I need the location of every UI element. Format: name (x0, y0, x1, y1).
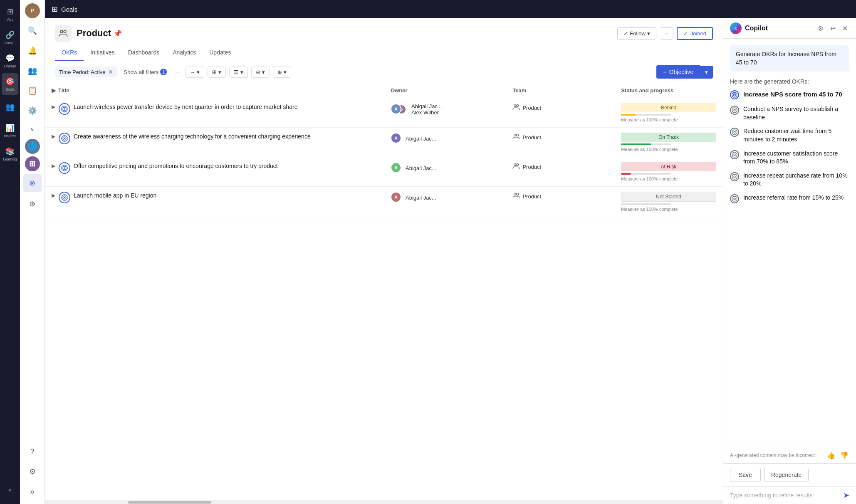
table-row: ▶ Launch wireless power transfer device … (45, 98, 723, 128)
goals-icon: 🎯 (5, 77, 15, 86)
sidebar-search[interactable]: 🔍 (23, 22, 42, 40)
sidebar-expand-arrows[interactable]: » (23, 482, 42, 501)
okr-text-4: Increase repeat purchase rate from 10% t… (743, 172, 849, 188)
copilot-back-btn[interactable]: ↩ (829, 23, 837, 34)
status-cell-2: At Risk Measure as 100% complete (614, 157, 723, 187)
add-objective-dropdown-btn[interactable]: ▾ (700, 66, 713, 79)
sidebar-list[interactable]: 📋 (23, 82, 42, 100)
scrollbar-thumb[interactable] (128, 501, 211, 504)
joined-label: Joined (690, 30, 706, 37)
show-filters-btn[interactable]: Show all filters 1 (121, 67, 171, 77)
save-button[interactable]: Save (730, 468, 761, 482)
view-btn-extra[interactable]: ⊕ ▾ (273, 67, 291, 78)
avatar-1[interactable]: P (25, 3, 40, 18)
row-expand-2[interactable]: ▶ (52, 163, 55, 169)
thumbs-up-icon: 👍 (827, 452, 835, 459)
regenerate-button[interactable]: Regenerate (764, 468, 809, 482)
svg-point-26 (734, 94, 735, 95)
tab-dashboards[interactable]: Dashboards (121, 45, 166, 61)
expand-all-icon[interactable]: ▶ (52, 87, 56, 94)
sidebar-settings2[interactable]: ⚙ (23, 462, 42, 481)
team-avatar-2[interactable]: ⊞ (25, 156, 40, 171)
follow-button[interactable]: ✓ Follow ▾ (617, 27, 656, 40)
svg-point-27 (732, 108, 737, 113)
more-icon: ··· (664, 30, 669, 37)
team-name-1: Product (522, 134, 541, 141)
learning-label: Learning (3, 157, 17, 161)
svg-point-31 (732, 152, 737, 157)
copilot-send-btn[interactable]: ➤ (843, 491, 849, 500)
progress-bar-wrap-1 (621, 143, 671, 145)
tab-updates[interactable]: Updates (203, 45, 238, 61)
nav-engage[interactable]: 💬 Engage (2, 50, 18, 72)
sidebar-help[interactable]: ? (23, 442, 42, 461)
filter-chip-time-period[interactable]: Time Period: Active ✕ (55, 67, 117, 77)
page-header-actions: ✓ Follow ▾ ··· ✓ Joined (617, 27, 713, 40)
add-objective-btn-group: + Objective ▾ (656, 65, 713, 79)
goal-icon-0 (61, 106, 68, 112)
col-status: Status and progress (614, 83, 723, 98)
copilot-logo: C (730, 22, 742, 34)
goal-icon-3 (61, 194, 68, 201)
send-icon: ➤ (843, 491, 849, 499)
svg-point-9 (64, 138, 65, 139)
team-avatar-1[interactable]: 🌐 (25, 139, 40, 154)
extra-chevron-icon: ▾ (284, 69, 287, 75)
tab-okrs[interactable]: OKRs (55, 45, 84, 61)
thumbs-actions: 👍 👎 (826, 450, 849, 460)
svg-point-4 (64, 109, 65, 110)
nav-connections[interactable]: 🔗 Conn... (2, 27, 18, 48)
row-expand-1[interactable]: ▶ (52, 133, 55, 139)
objective-dropdown-chevron-icon: ▾ (705, 69, 708, 75)
view-btn-grid[interactable]: ⊞ ▾ (208, 67, 226, 78)
tab-initiatives[interactable]: Initiatives (84, 45, 121, 61)
svg-point-6 (517, 105, 519, 107)
copilot-back-icon: ↩ (830, 25, 836, 32)
horizontal-scrollbar[interactable] (45, 500, 723, 504)
copilot-input[interactable] (730, 492, 840, 499)
sidebar-hierarchy[interactable]: ⊕ (23, 195, 42, 213)
copilot-okrs-list: Increase NPS score from 45 to 70 Conduct… (730, 90, 849, 203)
tab-analytics[interactable]: Analytics (166, 45, 203, 61)
copilot-settings-btn[interactable]: ⚙ (816, 23, 825, 34)
sidebar-expand: ∨ (29, 125, 36, 134)
sidebar-group[interactable]: 👥 (23, 62, 42, 80)
nav-insights[interactable]: 📊 Insights (2, 120, 18, 141)
view-btn-table[interactable]: ☰ ▾ (229, 67, 248, 78)
view-btn-arrow[interactable]: → ▾ (185, 67, 204, 78)
thumbs-up-btn[interactable]: 👍 (826, 450, 836, 460)
nav-learning[interactable]: 📚 Learning (2, 143, 18, 165)
owner-name2-0: Alex Wilber (411, 109, 442, 116)
nav-people[interactable]: 👥 (2, 96, 18, 118)
filter-chip-close-icon[interactable]: ✕ (108, 69, 113, 75)
group-icon: 👥 (28, 66, 37, 75)
add-objective-label: Objective (669, 69, 693, 75)
sidebar-goals-active[interactable]: ⊗ (23, 174, 42, 192)
thumbs-down-btn[interactable]: 👎 (839, 450, 849, 460)
owner-cell-1: A Abigail Jac... (384, 128, 506, 157)
sidebar-expand-btn[interactable]: ∨ (29, 125, 36, 134)
grid-chevron-icon: ▾ (218, 69, 221, 75)
sidebar-bell[interactable]: 🔔 (23, 42, 42, 60)
add-objective-main-btn[interactable]: + Objective (656, 65, 700, 79)
view-btn-connect[interactable]: ⊛ ▾ (251, 67, 270, 78)
people-icon: 👥 (5, 102, 15, 111)
okr-text-5: Increase referral rate from 15% to 25% (743, 194, 849, 202)
team-icon-3 (512, 192, 520, 201)
nav-rail-bottom: » (2, 479, 18, 501)
top-bar-grid-icon[interactable]: ⊞ (52, 5, 58, 14)
objective-icon-3 (59, 192, 70, 203)
owner-names-3: Abigail Jac... (406, 195, 436, 201)
row-expand-0[interactable]: ▶ (52, 104, 55, 110)
measure-text-1: Measure as 100% complete (621, 147, 716, 152)
joined-button[interactable]: ✓ Joined (677, 27, 713, 40)
more-button[interactable]: ··· (660, 27, 673, 40)
row-expand-3[interactable]: ▶ (52, 193, 55, 198)
sidebar-settings[interactable]: ⚙️ (23, 101, 42, 120)
nav-goals[interactable]: 🎯 Goals (2, 73, 18, 95)
nav-viva[interactable]: ⊞ Viva (2, 3, 18, 25)
okr-icon-2 (730, 128, 739, 137)
nav-expand[interactable]: » (2, 479, 18, 501)
copilot-close-btn[interactable]: ✕ (841, 23, 849, 34)
progress-bar-2 (621, 173, 631, 175)
